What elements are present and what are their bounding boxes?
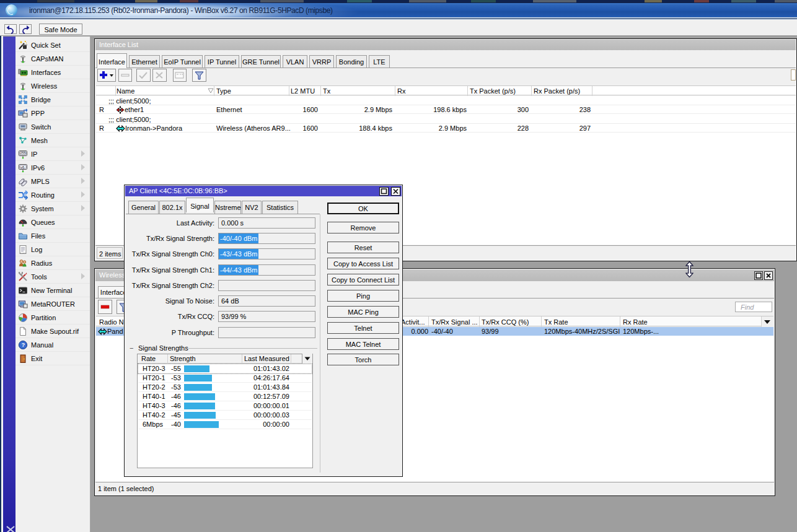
svg-text:v6: v6: [20, 165, 25, 169]
svg-text:?: ?: [21, 341, 25, 348]
svg-text:255: 255: [20, 151, 25, 155]
